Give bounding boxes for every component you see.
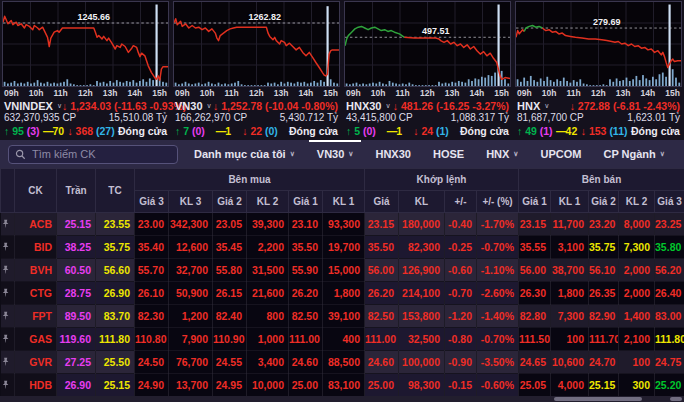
session-status: Đóng cửa xyxy=(631,125,680,137)
tab-hnx[interactable]: HNX∨ xyxy=(486,140,518,168)
buy-vol-1-cell: 400 xyxy=(323,328,365,351)
header-ck: CK xyxy=(15,169,57,213)
buy-price-1-cell: 35.50 xyxy=(289,236,323,259)
sell-price-3-cell: 23.25 xyxy=(655,213,684,236)
subheader-sell: Giá 1 xyxy=(519,191,551,213)
ticker-code[interactable]: GAS xyxy=(15,328,57,351)
pin-button[interactable] xyxy=(1,236,15,259)
ticker-code[interactable]: ACB xyxy=(15,213,57,236)
sell-vol-1-cell: 100 xyxy=(551,328,589,351)
buy-price-2-cell: 110.90 xyxy=(213,328,247,351)
reference-price: 83.70 xyxy=(96,305,135,328)
index-name[interactable]: VN30 xyxy=(175,100,203,112)
table-row: BID38.2535.7535.4012,60035.452,20035.501… xyxy=(1,236,684,259)
buy-price-1-cell: 23.10 xyxy=(289,213,323,236)
index-chart[interactable]: 279.69 xyxy=(515,1,682,87)
pin-button[interactable] xyxy=(1,328,15,351)
tab-hose[interactable]: HOSE xyxy=(433,140,464,168)
subheader-sell: KL 2 xyxy=(619,191,655,213)
tab-cp-ngành[interactable]: CP Ngành∨ xyxy=(603,140,664,168)
index-chart[interactable]: 1245.66 xyxy=(2,1,169,87)
tab-label: HOSE xyxy=(433,148,464,160)
tab-label: VN30 xyxy=(317,148,345,160)
tab-hnx30[interactable]: HNX30 xyxy=(375,140,410,168)
index-name[interactable]: VNINDEX xyxy=(4,100,53,112)
chevron-down-icon[interactable]: ∨ xyxy=(385,102,390,110)
pin-button[interactable] xyxy=(1,282,15,305)
ceiling-price: 28.75 xyxy=(57,282,96,305)
table-row: FPT89.5083.7082.301,20082.4080082.5039,1… xyxy=(1,305,684,328)
total-shares: 43,415,800 CP xyxy=(346,112,413,124)
pin-icon xyxy=(1,219,10,228)
pin-button[interactable] xyxy=(1,374,15,397)
pin-button[interactable] xyxy=(1,213,15,236)
tab-danh-mục-của-tôi[interactable]: Danh mục của tôi∨ xyxy=(194,140,295,168)
buy-price-3-cell: 24.50 xyxy=(135,351,169,374)
horizontal-scrollbar[interactable] xyxy=(0,396,684,402)
buy-price-2-cell: 35.45 xyxy=(213,236,247,259)
unchanged-dash-icon: — xyxy=(43,125,53,137)
pin-icon xyxy=(1,265,10,274)
sell-vol-2-cell: 2,100 xyxy=(619,328,655,351)
buy-price-2-cell: 55.80 xyxy=(213,259,247,282)
sell-price-1-cell: 26.30 xyxy=(519,282,551,305)
scrollbar-thumb[interactable] xyxy=(554,397,642,401)
match-price-cell: 111.00 xyxy=(365,328,399,351)
pin-button[interactable] xyxy=(1,305,15,328)
chevron-down-icon: ∨ xyxy=(660,150,665,158)
advancers: ↑ 95 (3) xyxy=(4,125,40,137)
sell-price-3-cell: 35.80 xyxy=(655,236,684,259)
ticker-code[interactable]: HDB xyxy=(15,374,57,397)
time-tick: 09h xyxy=(517,88,532,98)
sell-price-2-cell: 23.20 xyxy=(589,213,619,236)
reference-value-label: 1262.82 xyxy=(248,12,281,22)
chevron-down-icon[interactable]: ∨ xyxy=(544,102,549,110)
buy-vol-3-cell: 342,300 xyxy=(169,213,213,236)
match-price-cell: 82.50 xyxy=(365,305,399,328)
time-tick: 15h xyxy=(665,88,680,98)
search-box[interactable] xyxy=(8,145,178,164)
tab-upcom[interactable]: UPCOM xyxy=(540,140,581,168)
subheader-matched: +/- xyxy=(445,191,477,213)
time-tick: 13h xyxy=(274,88,289,98)
ticker-code[interactable]: CTG xyxy=(15,282,57,305)
index-chart[interactable]: 497.51 xyxy=(344,1,511,87)
tab-label: HNX30 xyxy=(375,148,410,160)
tab-vn30[interactable]: VN30∨ xyxy=(317,140,354,168)
index-name[interactable]: HNX xyxy=(517,100,540,112)
time-tick: 15h xyxy=(494,88,509,98)
ticker-code[interactable]: BVH xyxy=(15,259,57,282)
change-cell: -0.90 xyxy=(445,351,477,374)
index-chart[interactable]: 1262.82 xyxy=(173,1,340,87)
down-arrow-icon: ↓ xyxy=(242,125,247,137)
buy-price-1-cell: 55.90 xyxy=(289,259,323,282)
chevron-down-icon[interactable]: ∨ xyxy=(207,102,212,110)
sell-price-1-cell: 82.80 xyxy=(519,305,551,328)
buy-vol-3-cell: 7,900 xyxy=(169,328,213,351)
ticker-code[interactable]: GVR xyxy=(15,351,57,374)
pin-button[interactable] xyxy=(1,351,15,374)
ticker-code[interactable]: FPT xyxy=(15,305,57,328)
pin-button[interactable] xyxy=(1,259,15,282)
chevron-down-icon: ∨ xyxy=(348,150,353,158)
subheader-sell: KL 1 xyxy=(551,191,589,213)
market-breadth: ↑ 7 (0) —1 ↓ 22 (0) Đóng cửa xyxy=(172,124,341,137)
session-status: Đóng cửa xyxy=(460,125,509,137)
stock-board-app: 1245.66 09h10h11h12h13h14h15h VNINDEX ∨ … xyxy=(0,0,684,402)
change-pct-cell: -0.70% xyxy=(477,328,519,351)
buy-price-1-cell: 26.20 xyxy=(289,282,323,305)
ticker-code[interactable]: BID xyxy=(15,236,57,259)
tab-label: HNX xyxy=(486,148,509,160)
buy-price-3-cell: 35.40 xyxy=(135,236,169,259)
change-cell: -0.15 xyxy=(445,374,477,397)
index-name[interactable]: HNX30 xyxy=(346,100,381,112)
chevron-down-icon: ∨ xyxy=(513,150,518,158)
match-vol-cell: 214,100 xyxy=(399,282,445,305)
time-tick: 13h xyxy=(103,88,118,98)
buy-vol-3-cell: 1,200 xyxy=(169,305,213,328)
buy-price-3-cell: 24.90 xyxy=(135,374,169,397)
time-tick: 14h xyxy=(299,88,314,98)
advancers: ↑ 7 (0) xyxy=(175,125,205,137)
search-input[interactable] xyxy=(32,148,171,160)
time-tick: 09h xyxy=(4,88,19,98)
